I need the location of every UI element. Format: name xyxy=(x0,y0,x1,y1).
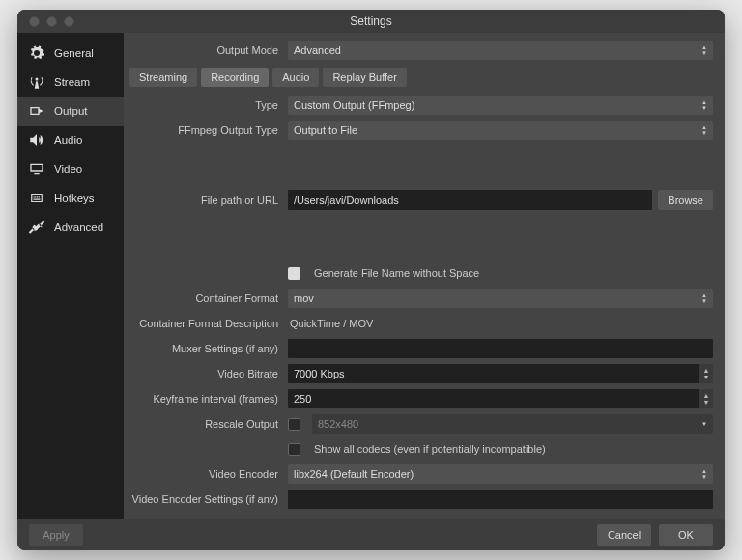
tab-streaming[interactable]: Streaming xyxy=(129,68,197,87)
output-mode-select[interactable]: Advanced ▲▼ xyxy=(288,41,713,60)
show-all-codecs-checkbox[interactable] xyxy=(288,443,300,456)
tab-replay-buffer[interactable]: Replay Buffer xyxy=(323,68,406,87)
output-mode-row: Output Mode Advanced ▲▼ xyxy=(124,41,725,60)
sidebar-item-label: Audio xyxy=(54,134,82,146)
speaker-icon xyxy=(27,131,46,149)
rescale-label: Rescale Output xyxy=(124,418,288,430)
sidebar-item-output[interactable]: Output xyxy=(17,97,124,126)
tab-recording[interactable]: Recording xyxy=(201,68,269,87)
browse-button[interactable]: Browse xyxy=(658,190,713,210)
close-icon[interactable] xyxy=(29,16,40,27)
ffmpeg-output-type-select[interactable]: Output to File▲▼ xyxy=(288,121,713,140)
sidebar-item-label: Stream xyxy=(54,76,90,88)
muxer-label: Muxer Settings (if any) xyxy=(124,343,288,354)
apply-button[interactable]: Apply xyxy=(29,524,83,546)
ok-button[interactable]: OK xyxy=(659,524,713,546)
tab-audio[interactable]: Audio xyxy=(272,68,319,87)
chevron-updown-icon: ▲▼ xyxy=(699,96,710,115)
footer: Apply Cancel OK xyxy=(17,519,725,550)
tools-icon xyxy=(27,218,46,236)
keyframe-interval-input[interactable]: ▲▼ xyxy=(288,389,713,408)
container-desc-value: QuickTime / MOV xyxy=(288,318,373,329)
recording-form: Type Custom Output (FFmpeg)▲▼ FFmpeg Out… xyxy=(124,87,725,519)
show-all-codecs-label: Show all codecs (even if potentially inc… xyxy=(312,443,546,455)
file-path-input[interactable] xyxy=(288,190,652,210)
sidebar-item-stream[interactable]: Stream xyxy=(17,68,124,97)
settings-window: Settings General Stream Output Audio Vid xyxy=(17,10,725,550)
file-path-label: File path or URL xyxy=(124,194,288,206)
video-encoder-settings-label: Video Encoder Settings (if anv) xyxy=(124,493,288,505)
container-format-label: Container Format xyxy=(124,293,288,304)
chevron-updown-icon: ▲▼ xyxy=(699,289,710,308)
sidebar-item-advanced[interactable]: Advanced xyxy=(17,212,124,241)
sidebar-item-audio[interactable]: Audio xyxy=(17,126,124,154)
container-desc-label: Container Format Description xyxy=(124,318,288,329)
sidebar-item-label: General xyxy=(54,47,94,59)
sidebar-item-label: Advanced xyxy=(54,221,103,233)
sidebar-item-video[interactable]: Video xyxy=(17,154,124,183)
stepper-icon[interactable]: ▲▼ xyxy=(699,389,713,408)
output-tabs: Streaming Recording Audio Replay Buffer xyxy=(124,68,725,87)
main-panel: Output Mode Advanced ▲▼ Streaming Record… xyxy=(124,33,725,519)
stepper-icon[interactable]: ▲▼ xyxy=(699,364,713,383)
video-encoder-label: Video Encoder xyxy=(124,468,288,480)
video-encoder-select[interactable]: libx264 (Default Encoder)▲▼ xyxy=(288,464,713,484)
keyboard-icon xyxy=(27,189,46,207)
rescale-checkbox[interactable] xyxy=(288,418,300,431)
monitor-icon xyxy=(27,160,46,178)
sidebar-item-label: Hotkeys xyxy=(54,192,95,204)
antenna-icon xyxy=(27,73,46,91)
output-icon xyxy=(27,102,46,120)
container-format-select[interactable]: mov▲▼ xyxy=(288,289,713,308)
gear-icon xyxy=(27,44,46,62)
zoom-icon[interactable] xyxy=(64,16,74,27)
chevron-updown-icon: ▲▼ xyxy=(699,121,710,140)
sidebar: General Stream Output Audio Video Hotkey… xyxy=(17,33,124,519)
chevron-updown-icon: ▲▼ xyxy=(699,41,710,60)
chevron-down-icon: ▼ xyxy=(699,414,710,434)
window-title: Settings xyxy=(17,14,725,28)
rescale-select[interactable]: 852x480▼ xyxy=(312,414,713,434)
titlebar: Settings xyxy=(17,10,725,33)
generate-no-space-label: Generate File Name without Space xyxy=(312,267,479,279)
muxer-input[interactable] xyxy=(288,339,713,358)
type-label: Type xyxy=(124,99,288,111)
sidebar-item-label: Video xyxy=(54,163,82,175)
cancel-button[interactable]: Cancel xyxy=(597,524,651,546)
generate-no-space-checkbox[interactable] xyxy=(288,267,300,280)
type-select[interactable]: Custom Output (FFmpeg)▲▼ xyxy=(288,96,713,115)
sidebar-item-hotkeys[interactable]: Hotkeys xyxy=(17,183,124,212)
output-mode-label: Output Mode xyxy=(124,44,288,56)
minimize-icon[interactable] xyxy=(46,16,57,27)
video-bitrate-label: Video Bitrate xyxy=(124,368,288,379)
sidebar-item-label: Output xyxy=(54,105,88,117)
window-body: General Stream Output Audio Video Hotkey… xyxy=(17,33,725,519)
keyframe-interval-label: Keyframe interval (frames) xyxy=(124,393,288,405)
window-controls xyxy=(17,16,74,27)
ffmpeg-output-type-label: FFmpeg Output Type xyxy=(124,125,288,136)
video-encoder-settings-input[interactable] xyxy=(288,490,713,509)
chevron-updown-icon: ▲▼ xyxy=(699,464,710,484)
sidebar-item-general[interactable]: General xyxy=(17,39,124,68)
video-bitrate-input[interactable]: ▲▼ xyxy=(288,364,713,383)
